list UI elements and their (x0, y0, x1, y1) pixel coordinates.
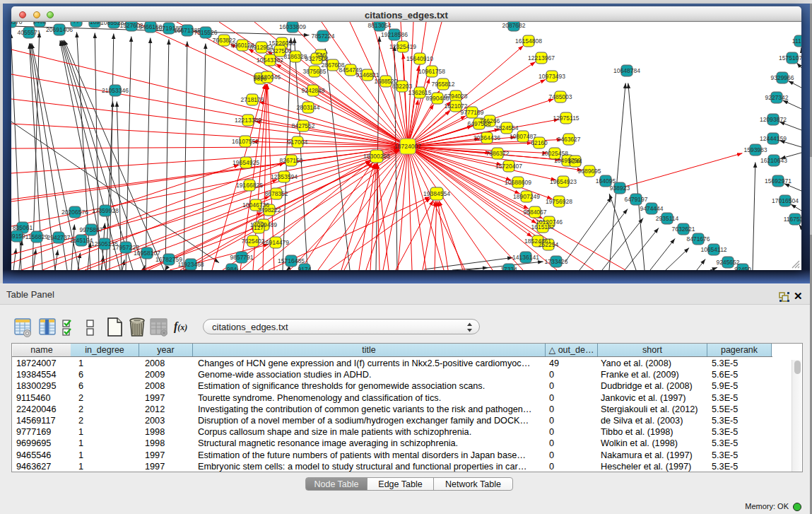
svg-text:7857224: 7857224 (311, 33, 334, 40)
svg-text:17016504: 17016504 (772, 197, 799, 204)
svg-text:77: 77 (73, 22, 80, 25)
svg-text:1593983: 1593983 (743, 146, 767, 153)
svg-text:10654112: 10654112 (700, 246, 726, 253)
svg-text:7955812: 7955812 (431, 81, 454, 88)
svg-text:12213389: 12213389 (235, 117, 261, 124)
svg-text:12325419: 12325419 (389, 43, 416, 50)
svg-text:10543382: 10543382 (257, 57, 283, 64)
svg-text:2096370: 2096370 (11, 22, 23, 25)
svg-text:19654923: 19654923 (550, 178, 577, 185)
svg-text:3498222: 3498222 (257, 206, 281, 214)
svg-text:3875685: 3875685 (302, 68, 326, 75)
svg-text:9684067: 9684067 (523, 209, 546, 216)
svg-text:92450: 92450 (734, 266, 751, 270)
svg-text:20206576: 20206576 (61, 209, 88, 216)
svg-text:835061: 835061 (13, 224, 33, 231)
svg-text:15751074: 15751074 (779, 54, 801, 62)
svg-text:17334: 17334 (500, 266, 517, 270)
svg-text:2942737: 2942737 (47, 234, 70, 241)
svg-text:164095: 164095 (596, 177, 616, 185)
svg-text:9975867: 9975867 (79, 226, 102, 233)
svg-text:127: 127 (254, 224, 264, 231)
svg-text:9463627: 9463627 (557, 136, 580, 143)
svg-text:18907249: 18907249 (513, 193, 540, 200)
svg-text:20691406: 20691406 (46, 26, 73, 33)
svg-text:16033809: 16033809 (279, 23, 306, 30)
svg-text:19654925: 19654925 (233, 159, 259, 166)
svg-text:16154808: 16154808 (515, 37, 542, 45)
svg-text:746266: 746266 (480, 117, 500, 124)
svg-text:7515526: 7515526 (194, 29, 217, 36)
svg-text:8813054: 8813054 (367, 22, 391, 29)
svg-text:6479197: 6479197 (624, 196, 647, 203)
svg-text:7625402: 7625402 (241, 238, 264, 245)
svg-text:9227342: 9227342 (765, 94, 788, 101)
svg-text:15720407: 15720407 (495, 163, 522, 170)
svg-text:6794028: 6794028 (444, 93, 467, 100)
svg-text:984: 984 (227, 266, 237, 270)
svg-text:938923: 938923 (610, 185, 630, 192)
svg-text:9242848: 9242848 (301, 87, 324, 94)
svg-text:17359928: 17359928 (92, 207, 119, 214)
svg-text:11172: 11172 (792, 37, 801, 45)
svg-text:10961758: 10961758 (418, 68, 445, 75)
svg-text:19384554: 19384554 (423, 190, 450, 197)
svg-text:10688609: 10688609 (505, 179, 531, 186)
svg-text:18724007: 18724007 (394, 143, 421, 150)
svg-text:9689695: 9689695 (577, 168, 601, 175)
svg-text:3824554: 3824554 (495, 124, 518, 132)
svg-text:9777169: 9777169 (460, 109, 483, 116)
svg-text:20364436: 20364436 (473, 134, 500, 141)
svg-text:15692971: 15692971 (765, 177, 792, 185)
svg-text:9244: 9244 (569, 158, 582, 165)
svg-text:2718176: 2718176 (240, 96, 264, 103)
svg-text:12444159: 12444159 (760, 135, 787, 142)
svg-text:2935114: 2935114 (656, 215, 679, 222)
svg-text:252254: 252254 (539, 241, 559, 248)
svg-text:16210643: 16210643 (760, 157, 787, 164)
svg-text:21053346: 21053346 (102, 87, 129, 94)
svg-text:917004: 917004 (288, 139, 308, 146)
svg-text:4055571: 4055571 (17, 29, 40, 36)
svg-text:7485003: 7485003 (548, 93, 572, 100)
svg-text:12975115: 12975115 (553, 115, 579, 122)
svg-text:7886372: 7886372 (486, 150, 509, 157)
svg-text:14136141: 14136141 (512, 254, 539, 261)
svg-text:7632621: 7632621 (671, 226, 695, 233)
svg-text:8186328: 8186328 (283, 53, 307, 60)
svg-text:18300295: 18300295 (363, 153, 390, 160)
svg-text:8471676: 8471676 (686, 235, 710, 243)
svg-text:12093872: 12093872 (760, 116, 787, 123)
svg-text:1733426: 1733426 (544, 258, 567, 265)
svg-text:15716485: 15716485 (278, 257, 305, 264)
svg-text:1145194: 1145194 (70, 237, 93, 244)
svg-text:8267150: 8267150 (279, 157, 302, 164)
svg-text:11923468: 11923468 (177, 261, 204, 268)
svg-text:8678352: 8678352 (264, 190, 288, 197)
svg-text:12213967: 12213967 (528, 54, 555, 62)
svg-text:1167531: 1167531 (784, 216, 801, 223)
svg-text:19218586: 19218586 (381, 31, 408, 38)
svg-text:9245652: 9245652 (716, 259, 739, 266)
svg-text:10973493: 10973493 (539, 73, 565, 80)
svg-text:62160: 62160 (531, 139, 548, 146)
svg-text:15640910: 15640910 (406, 55, 433, 62)
svg-text:19166825: 19166825 (236, 182, 263, 189)
svg-text:22420046: 22420046 (254, 74, 281, 81)
svg-text:2087682: 2087682 (502, 22, 525, 29)
svg-text:9329966: 9329966 (770, 74, 794, 81)
svg-text:15226058: 15226058 (269, 40, 295, 47)
svg-text:10648784: 10648784 (613, 67, 640, 74)
svg-text:1462: 1462 (33, 22, 47, 25)
svg-text:19756928: 19756928 (546, 198, 572, 205)
svg-text:39159: 39159 (11, 233, 25, 240)
svg-text:1615132: 1615132 (531, 223, 554, 230)
svg-text:16914479: 16914479 (262, 239, 289, 246)
svg-text:109: 109 (90, 22, 100, 25)
svg-text:9857791: 9857791 (230, 254, 253, 261)
svg-text:2803144: 2803144 (296, 104, 319, 111)
svg-text:12353594: 12353594 (271, 173, 298, 180)
svg-text:10025458: 10025458 (541, 150, 568, 157)
svg-text:16107552: 16107552 (232, 138, 259, 145)
svg-text:8427552: 8427552 (291, 122, 314, 129)
